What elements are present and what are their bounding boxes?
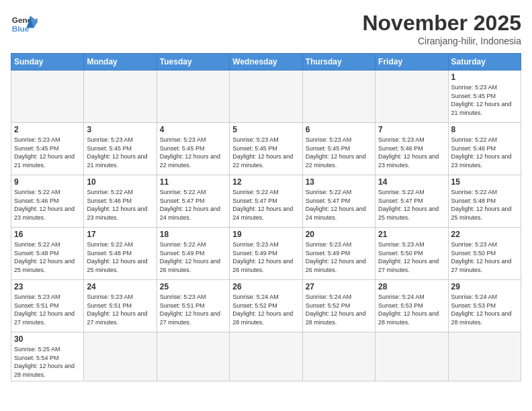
day-info: Sunrise: 5:24 AMSunset: 5:53 PMDaylight:… (451, 293, 518, 326)
day-number: 14 (378, 177, 445, 187)
day-info: Sunrise: 5:25 AMSunset: 5:54 PMDaylight:… (14, 345, 81, 379)
calendar-cell: 26Sunrise: 5:24 AMSunset: 5:52 PMDayligh… (230, 280, 302, 332)
day-info: Sunrise: 5:22 AMSunset: 5:48 PMDaylight:… (87, 240, 153, 274)
day-info: Sunrise: 5:23 AMSunset: 5:46 PMDaylight:… (378, 136, 445, 169)
day-info: Sunrise: 5:23 AMSunset: 5:45 PMDaylight:… (87, 136, 153, 169)
calendar-cell: 18Sunrise: 5:22 AMSunset: 5:49 PMDayligh… (157, 228, 229, 280)
calendar-cell (157, 332, 229, 381)
day-number: 4 (160, 125, 226, 134)
weekday-header-monday: Monday (84, 54, 157, 71)
day-info: Sunrise: 5:22 AMSunset: 5:48 PMDaylight:… (451, 188, 518, 222)
day-number: 24 (87, 282, 153, 291)
day-number: 18 (160, 230, 226, 239)
calendar-cell: 9Sunrise: 5:22 AMSunset: 5:46 PMDaylight… (11, 175, 84, 228)
day-number: 15 (451, 177, 518, 187)
calendar-cell (84, 332, 157, 381)
calendar-cell (302, 71, 375, 123)
day-number: 25 (160, 282, 226, 291)
day-info: Sunrise: 5:24 AMSunset: 5:52 PMDaylight:… (306, 293, 372, 326)
day-number: 8 (451, 125, 518, 134)
day-number: 6 (306, 125, 372, 134)
calendar-cell: 30Sunrise: 5:25 AMSunset: 5:54 PMDayligh… (11, 332, 84, 381)
title-block: November 2025 Ciranjang-hilir, Indonesia (362, 11, 521, 46)
calendar-cell: 19Sunrise: 5:23 AMSunset: 5:49 PMDayligh… (230, 228, 302, 280)
calendar-cell: 24Sunrise: 5:23 AMSunset: 5:51 PMDayligh… (84, 280, 157, 332)
day-info: Sunrise: 5:22 AMSunset: 5:47 PMDaylight:… (232, 188, 299, 222)
week-row-3: 9Sunrise: 5:22 AMSunset: 5:46 PMDaylight… (11, 175, 521, 228)
day-info: Sunrise: 5:23 AMSunset: 5:49 PMDaylight:… (306, 240, 372, 274)
calendar-cell: 10Sunrise: 5:22 AMSunset: 5:46 PMDayligh… (84, 175, 157, 228)
calendar-cell: 11Sunrise: 5:22 AMSunset: 5:47 PMDayligh… (157, 175, 229, 228)
day-number: 26 (232, 282, 299, 291)
day-info: Sunrise: 5:22 AMSunset: 5:47 PMDaylight:… (378, 188, 445, 222)
day-info: Sunrise: 5:23 AMSunset: 5:51 PMDaylight:… (14, 293, 81, 326)
calendar-cell (230, 332, 302, 381)
day-info: Sunrise: 5:23 AMSunset: 5:50 PMDaylight:… (378, 240, 445, 274)
calendar-cell: 21Sunrise: 5:23 AMSunset: 5:50 PMDayligh… (375, 228, 448, 280)
calendar-cell: 15Sunrise: 5:22 AMSunset: 5:48 PMDayligh… (448, 175, 521, 228)
weekday-header-sunday: Sunday (11, 54, 84, 71)
calendar-table: SundayMondayTuesdayWednesdayThursdayFrid… (11, 53, 521, 381)
day-number: 1 (451, 73, 518, 82)
day-info: Sunrise: 5:23 AMSunset: 5:45 PMDaylight:… (451, 83, 518, 117)
week-row-1: 1Sunrise: 5:23 AMSunset: 5:45 PMDaylight… (11, 71, 521, 123)
day-number: 21 (378, 230, 445, 239)
day-info: Sunrise: 5:22 AMSunset: 5:46 PMDaylight:… (451, 136, 518, 169)
day-info: Sunrise: 5:23 AMSunset: 5:45 PMDaylight:… (160, 136, 226, 169)
logo-icon: General Blue (11, 11, 38, 38)
page-header: General Blue November 2025 Ciranjang-hil… (11, 11, 521, 46)
day-number: 11 (160, 177, 226, 187)
day-number: 19 (232, 230, 299, 239)
day-number: 27 (306, 282, 372, 291)
day-info: Sunrise: 5:23 AMSunset: 5:51 PMDaylight:… (160, 293, 226, 326)
calendar-cell: 8Sunrise: 5:22 AMSunset: 5:46 PMDaylight… (448, 123, 521, 175)
day-number: 12 (232, 177, 299, 187)
calendar-cell (11, 71, 84, 123)
calendar-cell (375, 332, 448, 381)
day-number: 22 (451, 230, 518, 239)
day-info: Sunrise: 5:22 AMSunset: 5:46 PMDaylight:… (87, 188, 153, 222)
day-info: Sunrise: 5:24 AMSunset: 5:52 PMDaylight:… (232, 293, 299, 326)
calendar-cell (230, 71, 302, 123)
day-info: Sunrise: 5:23 AMSunset: 5:45 PMDaylight:… (14, 136, 81, 169)
week-row-2: 2Sunrise: 5:23 AMSunset: 5:45 PMDaylight… (11, 123, 521, 175)
weekday-header-saturday: Saturday (448, 54, 521, 71)
day-number: 17 (87, 230, 153, 239)
calendar-cell: 14Sunrise: 5:22 AMSunset: 5:47 PMDayligh… (375, 175, 448, 228)
calendar-cell: 16Sunrise: 5:22 AMSunset: 5:48 PMDayligh… (11, 228, 84, 280)
calendar-cell: 28Sunrise: 5:24 AMSunset: 5:53 PMDayligh… (375, 280, 448, 332)
day-info: Sunrise: 5:23 AMSunset: 5:51 PMDaylight:… (87, 293, 153, 326)
location: Ciranjang-hilir, Indonesia (362, 36, 521, 46)
day-number: 30 (14, 334, 81, 344)
calendar-cell (157, 71, 229, 123)
svg-text:Blue: Blue (12, 24, 30, 34)
month-title: November 2025 (362, 11, 521, 36)
calendar-cell: 12Sunrise: 5:22 AMSunset: 5:47 PMDayligh… (230, 175, 302, 228)
calendar-cell: 27Sunrise: 5:24 AMSunset: 5:52 PMDayligh… (302, 280, 375, 332)
day-number: 16 (14, 230, 81, 239)
weekday-header-friday: Friday (375, 54, 448, 71)
day-number: 7 (378, 125, 445, 134)
day-number: 9 (14, 177, 81, 187)
day-info: Sunrise: 5:23 AMSunset: 5:50 PMDaylight:… (451, 240, 518, 274)
calendar-cell: 25Sunrise: 5:23 AMSunset: 5:51 PMDayligh… (157, 280, 229, 332)
day-number: 3 (87, 125, 153, 134)
day-number: 10 (87, 177, 153, 187)
calendar-cell (302, 332, 375, 381)
calendar-cell (375, 71, 448, 123)
week-row-6: 30Sunrise: 5:25 AMSunset: 5:54 PMDayligh… (11, 332, 521, 381)
day-number: 2 (14, 125, 81, 134)
day-number: 29 (451, 282, 518, 291)
calendar-cell: 4Sunrise: 5:23 AMSunset: 5:45 PMDaylight… (157, 123, 229, 175)
calendar-cell: 22Sunrise: 5:23 AMSunset: 5:50 PMDayligh… (448, 228, 521, 280)
day-number: 13 (306, 177, 372, 187)
day-info: Sunrise: 5:22 AMSunset: 5:46 PMDaylight:… (14, 188, 81, 222)
week-row-4: 16Sunrise: 5:22 AMSunset: 5:48 PMDayligh… (11, 228, 521, 280)
calendar-cell: 6Sunrise: 5:23 AMSunset: 5:45 PMDaylight… (302, 123, 375, 175)
day-number: 5 (232, 125, 299, 134)
calendar-cell: 23Sunrise: 5:23 AMSunset: 5:51 PMDayligh… (11, 280, 84, 332)
day-info: Sunrise: 5:24 AMSunset: 5:53 PMDaylight:… (378, 293, 445, 326)
calendar-cell (448, 332, 521, 381)
weekday-header-row: SundayMondayTuesdayWednesdayThursdayFrid… (11, 54, 521, 71)
day-info: Sunrise: 5:22 AMSunset: 5:48 PMDaylight:… (14, 240, 81, 274)
